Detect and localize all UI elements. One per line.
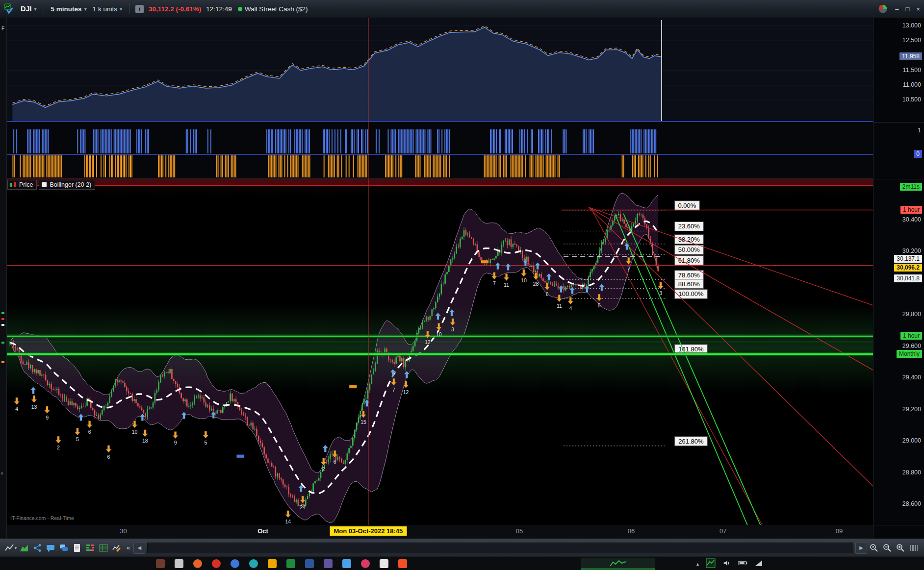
taskbar-app-10-icon[interactable]: [324, 559, 333, 568]
candle-body: [216, 410, 218, 413]
indicator-bar-up: [285, 129, 286, 153]
taskbar-app-9-icon[interactable]: [305, 559, 314, 568]
tray-network-icon[interactable]: [755, 560, 763, 568]
candle-body: [480, 257, 482, 260]
taskbar-app-7-icon[interactable]: [268, 559, 277, 568]
signal-count-label: 18: [142, 438, 148, 444]
taskbar-app-3-icon[interactable]: [193, 559, 202, 568]
binary-indicator-panel[interactable]: [6, 122, 873, 179]
taskbar-app-11-icon[interactable]: [342, 559, 351, 568]
indicator-bar-up: [30, 129, 31, 153]
time-axis-label: 05: [516, 527, 523, 535]
scroll-left-button[interactable]: ◀: [133, 542, 145, 554]
scroll-right-button[interactable]: ▶: [855, 542, 867, 554]
position-marker[interactable]: [236, 454, 244, 458]
countdown-badge[interactable]: 2m11s: [900, 183, 922, 191]
zoom-out-button[interactable]: [880, 542, 894, 554]
indicator-bar-down: [536, 155, 537, 177]
indicator-last-value-badge[interactable]: 0: [914, 150, 922, 158]
candle-body: [269, 463, 271, 463]
level-badge-1hour-red[interactable]: 1 hour: [900, 206, 922, 214]
overview-last-price-badge[interactable]: 11,958: [899, 52, 922, 60]
tray-speaker-icon[interactable]: [722, 559, 731, 569]
info-icon[interactable]: i: [135, 5, 144, 13]
restore-button[interactable]: □: [906, 5, 910, 13]
overview-chart[interactable]: [6, 18, 873, 122]
taskbar-app-12-icon[interactable]: [361, 559, 370, 568]
connection-globe-icon[interactable]: [877, 3, 888, 14]
position-marker[interactable]: [349, 385, 357, 388]
legend-bollinger[interactable]: Bollinger (20 2): [39, 180, 95, 190]
candle-body: [314, 481, 316, 483]
indicator-bar-down: [512, 155, 513, 177]
taskbar-app-4-icon[interactable]: [212, 559, 221, 568]
tray-battery-icon[interactable]: [738, 560, 748, 567]
level-badge-1hour-green[interactable]: 1 hour: [900, 332, 922, 340]
indicator-bar-down: [115, 155, 116, 177]
units-selector[interactable]: 1 k units ▾: [90, 4, 125, 14]
taskbar-active-app-button[interactable]: [581, 558, 655, 570]
taskbar-app-2-icon[interactable]: [175, 559, 183, 568]
indicator-bar-up: [282, 129, 283, 153]
axis-section-divider: [873, 122, 924, 123]
market-depth-button[interactable]: [83, 542, 97, 554]
collapse-toolbar-icon[interactable]: «: [127, 544, 130, 551]
price-axis[interactable]: 13,00012,50011,50011,00010,50011,9581030…: [873, 18, 924, 539]
indicator-bar-down: [547, 155, 548, 177]
tray-chart-icon[interactable]: [706, 558, 716, 569]
candle-body: [513, 244, 514, 247]
periodicity-button[interactable]: [907, 542, 920, 554]
tray-expand-icon[interactable]: ▴: [696, 561, 699, 567]
taskbar-app-13-icon[interactable]: [380, 559, 388, 568]
candle-body: [258, 436, 259, 441]
level-badge-monthly[interactable]: Monthly: [897, 350, 922, 358]
forum-button[interactable]: [57, 542, 70, 554]
indicator-bar-down: [389, 155, 390, 177]
zoom-in-button[interactable]: [894, 542, 907, 554]
share-button[interactable]: [30, 542, 44, 554]
indicator-bar-down: [273, 155, 274, 177]
indicator-bar-up: [428, 129, 429, 153]
symbol-selector[interactable]: DJI ▾: [18, 3, 40, 14]
taskbar-app-6-icon[interactable]: [249, 559, 258, 568]
candle-body: [81, 406, 82, 408]
indicator-bar-up: [527, 129, 528, 153]
candle-body: [654, 255, 655, 258]
indicator-bar-up: [398, 129, 399, 153]
taskbar-app-8-icon[interactable]: [286, 559, 295, 568]
candle-body: [34, 369, 35, 372]
timeframe-selector[interactable]: 5 minutes ▾: [48, 4, 90, 14]
legend-price[interactable]: Price: [7, 180, 37, 190]
candle-body: [320, 472, 322, 478]
level-badge-30041[interactable]: 30,041.8: [894, 274, 922, 282]
taskbar-app-14-icon[interactable]: [398, 559, 407, 568]
indicator-bar-up: [39, 129, 40, 153]
candle-body: [365, 398, 367, 399]
taskbar-app-5-icon[interactable]: [231, 559, 239, 568]
last-price-badge[interactable]: 30,096.2: [894, 264, 922, 272]
indicator-bar-down: [330, 155, 331, 177]
chart-scrollbar[interactable]: [147, 543, 853, 553]
indicator-bar-down: [513, 155, 514, 177]
indicator-bar-down: [439, 155, 440, 177]
minimize-button[interactable]: –: [895, 5, 898, 13]
indicator-bar-down: [12, 155, 13, 177]
main-price-chart[interactable]: 0.00%23.60%38.20%50.00%61.80%78.60%88.60…: [6, 179, 873, 525]
chat-button[interactable]: [44, 542, 57, 554]
chart-style-select[interactable]: ▾: [4, 542, 17, 554]
depth-icon: [85, 543, 95, 553]
position-marker[interactable]: [481, 260, 488, 264]
overview-toggle-button[interactable]: [17, 542, 30, 554]
indicator-bar-up: [422, 129, 423, 153]
chart-settings-button[interactable]: [110, 542, 123, 554]
news-button[interactable]: [70, 542, 83, 554]
chart-area[interactable]: 0.00%23.60%38.20%50.00%61.80%78.60%88.60…: [6, 18, 873, 539]
candle-body: [254, 429, 256, 430]
collapse-panel-icon[interactable]: «: [0, 470, 3, 476]
taskbar-app-1-icon[interactable]: [156, 559, 165, 568]
level-badge-30137[interactable]: 30,137.1: [894, 255, 922, 263]
orderbook-button[interactable]: [97, 542, 110, 554]
close-button[interactable]: ×: [916, 5, 920, 13]
zoom-reset-button[interactable]: [867, 542, 880, 554]
indicator-bar-up: [379, 129, 380, 153]
